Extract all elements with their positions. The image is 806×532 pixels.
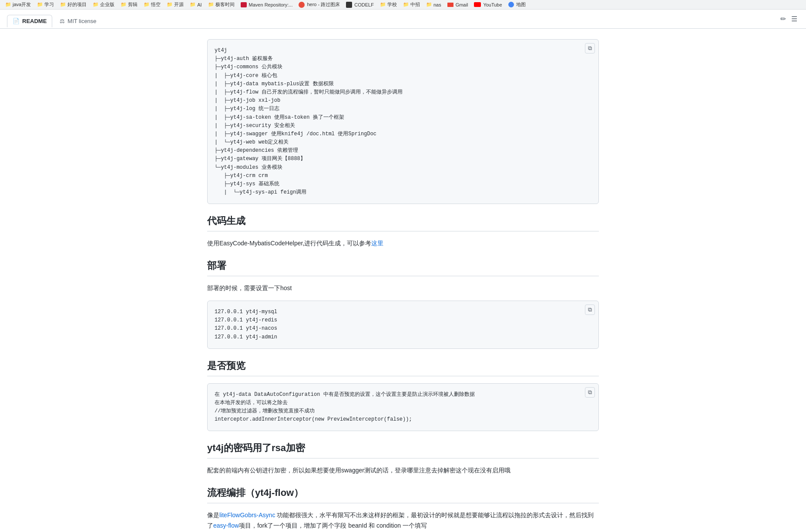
tree-line: | ├─yt4j-job xxl-job [215, 97, 591, 105]
code-generation-heading: 代码生成 [207, 214, 599, 231]
youtube-icon [474, 2, 481, 7]
tree-line: yt4j [215, 47, 591, 55]
preview-line: 在本地开发的话，可以将之除去 [215, 399, 591, 407]
bookmark-nas[interactable]: nas [424, 1, 443, 8]
license-icon: ⚖ [60, 18, 65, 24]
tree-line: ├─yt4j-gateway 项目网关【8888】 [215, 155, 591, 163]
preview-line: //增加预览过滤器，增删改预览直接不成功 [215, 407, 591, 415]
bookmark-open[interactable]: 开源 [165, 1, 185, 8]
tree-line: | ├─yt4j-flow 自己开发的流程编排，暂时只能做同步调用，不能做异步调… [215, 88, 591, 97]
bookmark-study[interactable]: 学习 [35, 1, 56, 8]
flow-para: 像是liteFlowGobrs-Async 功能都很强大，水平有限写不出来这样好… [207, 510, 599, 531]
menu-button[interactable]: ☰ [789, 13, 799, 25]
folder-icon [60, 2, 66, 8]
tree-line: | └─yt4j-web web定义相关 [215, 138, 591, 147]
deploy-line: 127.0.0.1 yt4j-redis [215, 316, 591, 325]
tree-line: | ├─yt4j-log 统一日志 [215, 105, 591, 113]
deploy-code-block: ⧉ 127.0.0.1 yt4j-mysql127.0.0.1 yt4j-red… [207, 301, 599, 349]
tree-line: | └─yt4j-sys-api feign调用 [215, 188, 591, 197]
bookmark-good[interactable]: 好的项目 [58, 1, 88, 8]
preview-copy-button[interactable]: ⧉ [585, 387, 595, 398]
tree-code-block: ⧉ yt4j├─yt4j-auth 鉴权服务├─yt4j-commons 公共模… [207, 39, 599, 204]
preview-line: interceptor.addInnerInterceptor(new Prev… [215, 415, 591, 424]
code-generation-link[interactable]: 这里 [371, 240, 383, 247]
tree-line: | ├─yt4j-security 安全相关 [215, 122, 591, 130]
tree-line: ├─yt4j-sys 基础系统 [215, 180, 591, 188]
folder-icon [190, 2, 196, 8]
password-para: 配套的前端内有公钥进行加密，所以如果想要使用swagger测试的话，登录哪里注意… [207, 465, 599, 476]
tree-line: ├─yt4j-auth 鉴权服务 [215, 55, 591, 63]
gmail-icon [447, 3, 453, 7]
folder-icon [144, 2, 150, 8]
folder-icon [208, 2, 214, 8]
bookmark-gmail[interactable]: Gmail [446, 2, 470, 8]
tree-lines: yt4j├─yt4j-auth 鉴权服务├─yt4j-commons 公共模块|… [215, 47, 591, 197]
tree-line: └─yt4j-modules 业务模块 [215, 164, 591, 172]
folder-icon [93, 2, 99, 8]
bookmark-youtube[interactable]: YouTube [472, 2, 504, 8]
folder-icon [380, 2, 386, 8]
hero-icon [299, 2, 305, 8]
deploy-heading: 部署 [207, 259, 599, 276]
tab-actions: ✏ ☰ [779, 13, 799, 28]
maven-icon [241, 2, 247, 7]
deploy-line: 127.0.0.1 yt4j-nacos [215, 325, 591, 333]
bookmark-mid[interactable]: 中招 [401, 1, 422, 8]
browser-toolbar: java开发 学习 好的项目 企业版 剪辑 悟空 开源 AI 极客时间 Mave… [0, 0, 806, 10]
bookmark-cut[interactable]: 剪辑 [119, 1, 139, 8]
tree-line: ├─yt4j-dependencies 依赖管理 [215, 147, 591, 155]
preview-line: 在 yt4j-data DataAutoConfiguration 中有是否预览… [215, 391, 591, 399]
tree-copy-button[interactable]: ⧉ [585, 43, 595, 54]
deploy-copy-button[interactable]: ⧉ [585, 304, 595, 315]
flow-heading: 流程编排（yt4j-flow） [207, 486, 599, 503]
password-heading: yt4j的密码用了rsa加密 [207, 442, 599, 458]
bookmark-maven[interactable]: Maven Repository:... [239, 2, 295, 8]
codelf-icon [346, 2, 352, 8]
folder-icon [426, 2, 432, 8]
tree-line: ├─yt4j-crm crm [215, 172, 591, 180]
maps-icon [508, 2, 514, 7]
easyflow-link[interactable]: easy-flow [213, 522, 239, 529]
folder-icon [403, 2, 409, 8]
readme-icon: 📄 [13, 18, 20, 24]
content-area: ⧉ yt4j├─yt4j-auth 鉴权服务├─yt4j-commons 公共模… [190, 29, 616, 532]
preview-heading: 是否预览 [207, 359, 599, 376]
bookmark-school[interactable]: 学校 [378, 1, 399, 8]
folder-icon [167, 2, 173, 8]
preview-code-block: ⧉ 在 yt4j-data DataAutoConfiguration 中有是否… [207, 383, 599, 432]
liteflow-link[interactable]: liteFlow [219, 512, 240, 519]
tab-mit[interactable]: ⚖ MIT license [54, 15, 102, 27]
preview-lines: 在 yt4j-data DataAutoConfiguration 中有是否预览… [215, 391, 591, 424]
bookmark-haker[interactable]: 极客时间 [206, 1, 236, 8]
folder-icon [37, 2, 43, 8]
tree-line: | ├─yt4j-sa-token 使用sa-token 换了一个框架 [215, 114, 591, 122]
tree-line: | ├─yt4j-data mybatis-plus设置 数据权限 [215, 80, 591, 88]
bookmark-hero[interactable]: hero - 路过图床 [297, 1, 342, 8]
bookmark-maps[interactable]: 地图 [507, 1, 527, 8]
deploy-line: 127.0.0.1 yt4j-admin [215, 333, 591, 341]
edit-button[interactable]: ✏ [779, 13, 788, 25]
page-wrapper: 📄 README ⚖ MIT license ✏ ☰ ⧉ yt4j├─yt4j-… [0, 10, 806, 532]
bookmark-enterprise[interactable]: 企业版 [91, 1, 116, 8]
tree-line: | ├─yt4j-core 核心包 [215, 72, 591, 80]
bookmark-ai[interactable]: AI [188, 1, 203, 8]
gobrs-link[interactable]: Gobrs-Async [240, 512, 275, 519]
bookmark-codelf[interactable]: CODELF [344, 1, 376, 8]
deploy-line: 127.0.0.1 yt4j-mysql [215, 308, 591, 316]
folder-icon [5, 2, 11, 8]
bookmark-kong[interactable]: 悟空 [142, 1, 162, 8]
readme-tabs-bar: 📄 README ⚖ MIT license ✏ ☰ [0, 10, 806, 29]
tab-readme[interactable]: 📄 README [7, 15, 52, 27]
bookmark-java[interactable]: java开发 [3, 1, 33, 8]
code-generation-para: 使用EasyCode-MybatisCodeHelper,进行代码生成，可以参考… [207, 238, 599, 249]
tree-line: | ├─yt4j-swagger 使用knife4j /doc.html 使用S… [215, 130, 591, 138]
deploy-para: 部署的时候，需要设置一下host [207, 283, 599, 294]
deploy-lines: 127.0.0.1 yt4j-mysql127.0.0.1 yt4j-redis… [215, 308, 591, 341]
folder-icon [121, 2, 127, 8]
tree-line: ├─yt4j-commons 公共模块 [215, 63, 591, 71]
